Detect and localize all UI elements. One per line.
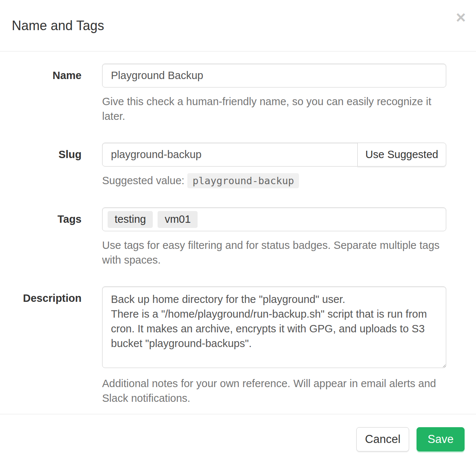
description-help-text: Additional notes for your own reference.… xyxy=(102,376,446,405)
description-label: Description xyxy=(23,292,82,304)
tags-input[interactable]: testing vm01 xyxy=(102,207,446,231)
use-suggested-button[interactable]: Use Suggested xyxy=(357,143,446,167)
suggested-value-line: Suggested value:playground-backup xyxy=(102,173,446,188)
slug-input[interactable] xyxy=(102,143,358,167)
name-form-group: Name Give this check a human-friendly na… xyxy=(0,64,476,124)
tags-form-group: Tags testing vm01 Use tags for easy filt… xyxy=(0,207,476,267)
description-form-group: Description Back up home directory for t… xyxy=(0,286,476,405)
slug-input-group: Use Suggested xyxy=(102,143,446,167)
modal-body: Name Give this check a human-friendly na… xyxy=(0,51,476,405)
name-input[interactable] xyxy=(102,64,446,87)
name-help-text: Give this check a human-friendly name, s… xyxy=(102,94,446,124)
name-and-tags-modal: Name and Tags × Name Give this check a h… xyxy=(0,0,476,461)
tag-chip[interactable]: testing xyxy=(108,211,153,228)
cancel-button[interactable]: Cancel xyxy=(356,427,410,451)
slug-form-group: Slug Use Suggested Suggested value:playg… xyxy=(0,143,476,188)
slug-label: Slug xyxy=(58,149,82,160)
tags-label: Tags xyxy=(57,213,82,225)
modal-footer: Cancel Save xyxy=(0,414,476,451)
close-icon[interactable]: × xyxy=(456,9,466,26)
tag-chip[interactable]: vm01 xyxy=(158,211,198,228)
suggested-value-prefix: Suggested value: xyxy=(102,175,184,186)
save-button[interactable]: Save xyxy=(416,427,465,451)
suggested-value-chip: playground-backup xyxy=(187,173,299,188)
modal-title: Name and Tags xyxy=(12,18,104,33)
modal-header: Name and Tags × xyxy=(0,0,476,51)
description-textarea[interactable]: Back up home directory for the "playgrou… xyxy=(102,286,446,368)
name-label: Name xyxy=(53,69,82,81)
tags-help-text: Use tags for easy filtering and for stat… xyxy=(102,238,446,267)
